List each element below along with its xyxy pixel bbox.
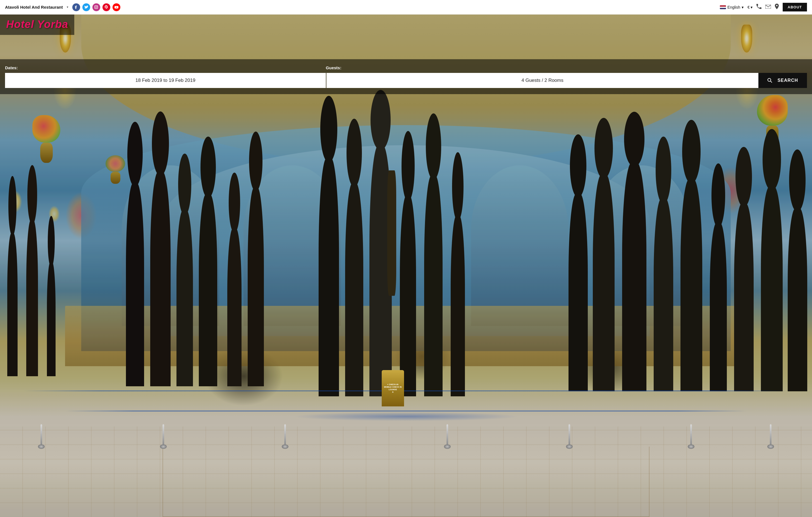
search-icon (767, 78, 775, 83)
navbar-right: English ▾ € ▾ ABOUT (720, 3, 807, 11)
currency-selector[interactable]: € ▾ (748, 5, 753, 9)
guests-label: Guests: (326, 65, 807, 70)
pinterest-icon[interactable] (103, 3, 110, 11)
facebook-icon[interactable] (72, 3, 80, 11)
hero-section: < CHECK-INMOBILE CHECK INLOUNGEA Hotel Y… (0, 0, 812, 517)
svg-rect-0 (95, 6, 98, 9)
navbar: Atavoli Hotel And Restaurant ▾ (0, 0, 812, 15)
search-label: SEARCH (777, 78, 798, 83)
language-selector[interactable]: English ▾ (720, 5, 744, 9)
currency-dropdown-icon: ▾ (751, 5, 753, 9)
guests-field[interactable]: 4 Guests / 2 Rooms (326, 73, 759, 88)
search-inner: Dates: Guests: 18 Feb 2019 to 19 Feb 201… (0, 59, 812, 94)
search-labels: Dates: Guests: (5, 65, 807, 70)
brand-name[interactable]: Atavoli Hotel And Restaurant (5, 5, 63, 9)
brand-dropdown-icon[interactable]: ▾ (67, 5, 68, 9)
svg-line-5 (771, 81, 772, 82)
location-icon[interactable] (775, 4, 779, 10)
hotel-title: Hotel Yorba (6, 19, 68, 30)
svg-point-1 (95, 6, 97, 8)
currency-symbol: € (748, 5, 750, 9)
navbar-left: Atavoli Hotel And Restaurant ▾ (5, 3, 120, 11)
search-fields: 18 Feb 2019 to 19 Feb 2019 4 Guests / 2 … (5, 73, 807, 88)
search-box: Dates: Guests: 18 Feb 2019 to 19 Feb 201… (0, 59, 812, 94)
language-dropdown-icon: ▾ (742, 5, 744, 9)
phone-icon[interactable] (756, 4, 761, 10)
email-icon[interactable] (765, 4, 771, 10)
instagram-icon[interactable] (92, 3, 100, 11)
date-field[interactable]: 18 Feb 2019 to 19 Feb 2019 (5, 73, 326, 88)
flag-icon (720, 5, 726, 9)
language-label: English (727, 5, 740, 9)
twitter-icon[interactable] (82, 3, 90, 11)
search-button[interactable]: SEARCH (758, 73, 807, 88)
hotel-banner: Hotel Yorba (0, 15, 74, 35)
svg-point-2 (97, 6, 97, 7)
dates-label: Dates: (5, 65, 326, 70)
social-icons (72, 3, 120, 11)
youtube-icon[interactable] (113, 3, 120, 11)
about-button[interactable]: ABOUT (783, 3, 807, 11)
